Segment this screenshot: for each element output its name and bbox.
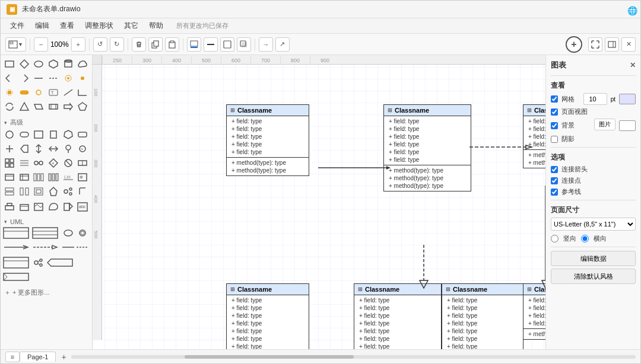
format-dropdown[interactable]: ▼ — [5, 37, 26, 52]
section-advanced[interactable]: ▾ 高级 — [3, 116, 90, 128]
undo-btn[interactable]: ↺ — [93, 37, 107, 52]
paste-btn[interactable] — [165, 37, 179, 52]
class-c3[interactable]: ⊞ Classname + field: type + field: type … — [523, 104, 545, 168]
sidebar-toggle-btn[interactable]: ≡ — [5, 352, 20, 362]
menu-other[interactable]: 其它 — [119, 20, 143, 32]
add-shape-btn[interactable]: + — [566, 36, 582, 53]
adv-shape-17[interactable] — [62, 157, 75, 170]
shape-hex[interactable] — [47, 58, 60, 71]
menu-edit[interactable]: 编辑 — [30, 20, 54, 32]
panel-btn[interactable] — [605, 37, 619, 52]
zoom-in-btn[interactable]: + — [71, 37, 85, 52]
uml-shape-1[interactable] — [3, 226, 29, 240]
redo-btn[interactable]: ↻ — [110, 37, 124, 52]
background-image-btn[interactable]: 图片 — [594, 119, 615, 130]
uml-shape-3[interactable] — [62, 226, 75, 240]
copy-btn[interactable] — [148, 37, 163, 52]
shape-rect[interactable] — [3, 58, 16, 71]
menu-help[interactable]: 帮助 — [144, 20, 168, 32]
adv-shape-12[interactable]: + — [76, 142, 89, 155]
adv-shape-30[interactable] — [76, 185, 89, 198]
extra-6[interactable]: abc — [76, 200, 89, 213]
uml2-3[interactable] — [47, 256, 73, 269]
delete-btn[interactable] — [132, 37, 146, 52]
shape-cloud[interactable] — [76, 58, 89, 71]
conn-type-btn[interactable]: ↗ — [275, 37, 290, 52]
adv-shape-3[interactable] — [32, 128, 45, 141]
section-uml[interactable]: ▾ UML — [3, 216, 90, 226]
shape-parallelogram[interactable] — [32, 100, 45, 113]
shape-triangle[interactable] — [18, 100, 31, 113]
shape-process[interactable] — [47, 100, 60, 113]
uml-line-4[interactable] — [76, 241, 89, 254]
class-c7[interactable]: ⊞ Classname + field: type + field: type … — [523, 283, 545, 340]
shape-star2[interactable] — [76, 72, 89, 85]
line-color-btn[interactable] — [204, 37, 218, 52]
uml-shape-2[interactable] — [32, 226, 58, 240]
class-c5[interactable]: ⊞ Classname + field: type + field: type … — [354, 283, 442, 349]
adv-shape-29[interactable] — [62, 185, 75, 198]
connect-points-checkbox[interactable] — [551, 177, 558, 184]
class-c2[interactable]: ⊞ Classname + field: type + field: type … — [383, 104, 471, 191]
landscape-radio[interactable] — [581, 235, 589, 242]
more-shapes-link[interactable]: ＋ + 更多图形... — [3, 286, 90, 299]
adv-shape-13[interactable] — [3, 157, 16, 170]
adv-shape-5[interactable] — [62, 128, 75, 141]
edit-data-btn[interactable]: 编辑数据 — [551, 251, 636, 266]
shape-diamond[interactable] — [18, 58, 31, 71]
add-page-btn[interactable]: + — [58, 352, 69, 362]
menu-format[interactable]: 调整形状 — [80, 20, 118, 32]
page-size-select[interactable]: US-Letter (8,5" x 11") — [551, 218, 636, 231]
adv-shape-2[interactable] — [18, 128, 31, 141]
shape-pill[interactable] — [18, 86, 31, 99]
adv-shape-8[interactable] — [18, 142, 31, 155]
shape-pentagon[interactable] — [76, 100, 89, 113]
adv-shape-26[interactable] — [18, 185, 31, 198]
adv-shape-9[interactable] — [32, 142, 45, 155]
grid-size-input[interactable] — [583, 93, 607, 105]
uml-line-1[interactable] — [3, 241, 29, 254]
extra-3[interactable] — [32, 200, 45, 213]
shape-arrow-r[interactable] — [62, 100, 75, 113]
class-c1[interactable]: ⊞ Classname + field: type + field: type … — [226, 104, 309, 176]
connect-arrows-checkbox[interactable] — [551, 166, 558, 173]
shape-text[interactable]: T — [47, 86, 60, 99]
zoom-out-btn[interactable]: − — [34, 37, 48, 52]
shape-arrow-left[interactable] — [3, 72, 16, 85]
menu-file[interactable]: 文件 — [5, 20, 29, 32]
shape-line[interactable] — [32, 72, 45, 85]
adv-shape-23[interactable]: Lbl — [62, 171, 75, 184]
canvas-area[interactable]: 250 300 400 500 600 700 800 900 100 200 … — [93, 55, 545, 349]
uml2-2[interactable] — [32, 256, 45, 269]
adv-shape-21[interactable] — [32, 171, 45, 184]
adv-shape-20[interactable] — [18, 171, 31, 184]
page-view-checkbox[interactable] — [551, 108, 558, 116]
shape-cylinder[interactable] — [62, 58, 75, 71]
clear-style-btn[interactable]: 清除默认风格 — [551, 269, 636, 284]
panel-close-icon[interactable]: ✕ — [630, 61, 636, 69]
globe-icon[interactable]: 🌐 — [627, 6, 634, 13]
portrait-radio[interactable] — [551, 235, 559, 242]
adv-shape-24[interactable]: ⊕ — [76, 171, 89, 184]
adv-shape-27[interactable] — [32, 185, 45, 198]
class-c6[interactable]: ⊞ Classname + field: type + field: type … — [442, 283, 523, 349]
canvas-bg[interactable]: ⊞ Classname + field: type + field: type … — [93, 55, 545, 349]
background-color-swatch[interactable] — [619, 120, 636, 131]
extra-4[interactable] — [47, 200, 60, 213]
shape-sun[interactable] — [3, 86, 16, 99]
adv-shape-7[interactable] — [3, 142, 16, 155]
adv-shape-6[interactable] — [76, 128, 89, 141]
collapse-btn[interactable]: ✕ — [621, 37, 636, 52]
grid-color-swatch[interactable] — [619, 94, 636, 104]
shape-star1[interactable] — [62, 72, 75, 85]
fullscreen-btn[interactable] — [588, 37, 602, 52]
shadow-btn[interactable] — [237, 37, 251, 52]
uml2-1[interactable] — [3, 256, 29, 269]
grid-checkbox[interactable] — [551, 95, 558, 103]
adv-shape-16[interactable]: × — [47, 157, 60, 170]
uml2-4[interactable] — [3, 270, 29, 283]
shape-dashed[interactable] — [47, 72, 60, 85]
adv-shape-18[interactable] — [76, 157, 89, 170]
uml-line-2[interactable] — [32, 241, 58, 254]
shape-btn[interactable] — [220, 37, 234, 52]
